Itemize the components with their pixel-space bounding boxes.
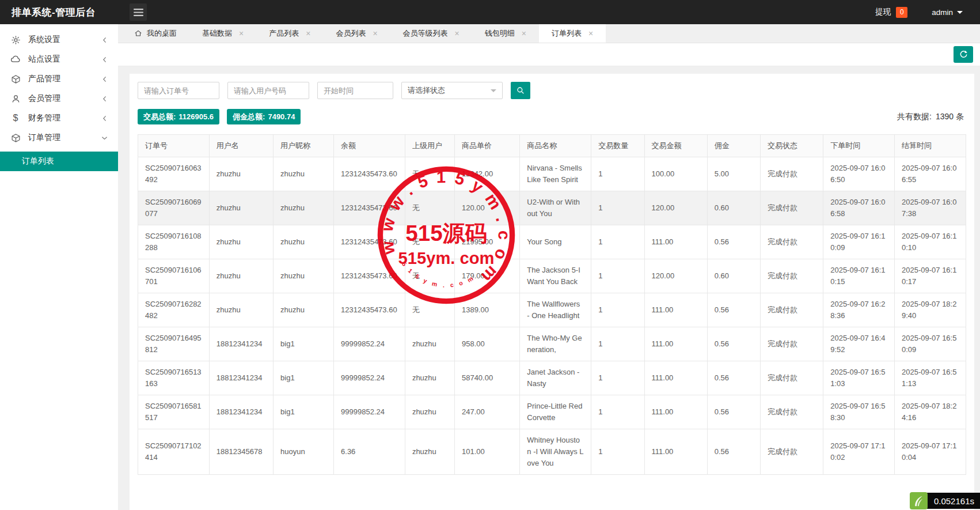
settle-time-cell: 2025-09-07 16:51:13: [895, 361, 966, 395]
price-cell: 58740.00: [454, 361, 519, 395]
tab[interactable]: 订单列表 ×: [539, 24, 606, 43]
search-button[interactable]: [511, 82, 530, 99]
commission-total-value: 7490.74: [268, 112, 295, 121]
nickname-cell: zhuzhu: [274, 293, 334, 327]
status-cell: 完成付款: [761, 361, 823, 395]
tab[interactable]: 会员列表 ×: [323, 24, 390, 43]
sidebar-item-label: 系统设置: [28, 35, 100, 45]
app-title: 排单系统-管理后台: [0, 6, 118, 19]
cloud-icon: [10, 54, 21, 65]
order-no-cell: SC25090716513163: [138, 361, 210, 395]
qty-cell: 1: [591, 361, 644, 395]
status-select[interactable]: 请选择状态: [401, 82, 503, 99]
sidebar-item-system-settings[interactable]: 系统设置: [0, 30, 118, 50]
column-header: 交易金额: [644, 135, 707, 157]
price-cell: 120.00: [454, 191, 519, 225]
order-no-cell: SC25090716063492: [138, 157, 210, 191]
settle-time-cell: 2025-09-07 18:29:40: [895, 293, 966, 327]
balance-cell: 99999852.24: [334, 327, 405, 361]
nickname-cell: big1: [274, 327, 334, 361]
tab[interactable]: 会员等级列表 ×: [390, 24, 472, 43]
topbar-right: 提现 0 admin: [875, 7, 980, 18]
amount-cell: 100.00: [644, 157, 707, 191]
page-body: 请选择状态 交易总额: 1126905.6: [118, 66, 980, 510]
status-select-value: 请选择状态: [408, 85, 445, 96]
close-icon[interactable]: ×: [522, 29, 526, 37]
status-cell: 完成付款: [761, 395, 823, 429]
start-time-input[interactable]: [317, 82, 393, 99]
balance-cell: 12312435473.60: [334, 157, 405, 191]
sidebar-item-finance-management[interactable]: $ 财务管理: [0, 108, 118, 128]
sidebar-item-order-list-active[interactable]: 订单列表: [0, 152, 118, 171]
tab-label: 钱包明细: [485, 28, 515, 39]
refresh-button[interactable]: [954, 46, 973, 63]
withdraw-count-badge: 0: [896, 7, 907, 18]
exec-time-badge: 0.052161s: [926, 493, 980, 509]
sidebar-toggle-button[interactable]: [130, 3, 147, 21]
balance-cell: 12312435473.60: [334, 225, 405, 259]
top-header: 排单系统-管理后台 提现 0 admin: [0, 0, 980, 24]
user-no-input[interactable]: [227, 82, 309, 99]
sidebar-item-product-management[interactable]: 产品管理: [0, 69, 118, 89]
commission-cell: 0.56: [707, 293, 760, 327]
nickname-cell: zhuzhu: [274, 259, 334, 293]
parent-cell: zhuzhu: [405, 395, 454, 429]
qty-cell: 1: [591, 293, 644, 327]
order-no-cell: SC25090716106701: [138, 259, 210, 293]
parent-cell: 无: [405, 191, 454, 225]
chevron-left-icon: [100, 36, 109, 44]
sidebar-item-label: 产品管理: [28, 74, 100, 84]
column-header: 交易状态: [761, 135, 823, 157]
order-no-input[interactable]: [138, 82, 219, 99]
table-row: SC25090716581517 18812341234 big1 999998…: [138, 395, 966, 429]
close-icon[interactable]: ×: [588, 29, 593, 37]
tab[interactable]: 钱包明细 ×: [472, 24, 539, 43]
order-no-cell: SC25090716495812: [138, 327, 210, 361]
table-header-row: 订单号 用户名 用户昵称 余额 上级用户 商品单价: [138, 135, 966, 157]
sidebar-item-site-settings[interactable]: 站点设置: [0, 50, 118, 69]
commission-cell: 5.00: [707, 157, 760, 191]
amount-cell: 111.00: [644, 429, 707, 475]
username-cell: zhuzhu: [209, 259, 273, 293]
amount-cell: 111.00: [644, 395, 707, 429]
tab[interactable]: 产品列表 ×: [256, 24, 323, 43]
nickname-cell: big1: [274, 395, 334, 429]
tab-label: 基础数据: [202, 28, 232, 39]
withdraw-menu-item[interactable]: 提现 0: [875, 7, 907, 18]
close-icon[interactable]: ×: [306, 29, 310, 37]
status-cell: 完成付款: [761, 293, 823, 327]
gear-icon: [10, 35, 21, 45]
commission-cell: 0.56: [707, 327, 760, 361]
cube-icon: [10, 74, 21, 84]
sidebar: 系统设置 站点设置 产品管理 会员管理 $ 财务管理: [0, 24, 118, 510]
tab-label: 会员等级列表: [403, 28, 448, 39]
close-icon[interactable]: ×: [455, 29, 459, 37]
chevron-left-icon: [100, 75, 109, 84]
order-list-card: 请选择状态 交易总额: 1126905.6: [130, 74, 974, 510]
sidebar-item-order-management[interactable]: 订单管理: [0, 128, 118, 148]
cube-icon: [10, 133, 21, 143]
filter-bar: 请选择状态: [138, 82, 966, 99]
commission-total-label: 佣金总额:: [233, 112, 265, 122]
close-icon[interactable]: ×: [239, 29, 244, 37]
commission-cell: 0.56: [707, 395, 760, 429]
close-icon[interactable]: ×: [373, 29, 377, 37]
tab[interactable]: 基础数据 ×: [189, 24, 256, 43]
price-cell: 958.00: [454, 327, 519, 361]
table-row: SC25090716513163 18812341234 big1 999998…: [138, 361, 966, 395]
username-cell: 18812345678: [209, 429, 273, 475]
chevron-left-icon: [100, 95, 109, 103]
parent-cell: 无: [405, 293, 454, 327]
username-cell: 18812341234: [209, 395, 273, 429]
dollar-icon: $: [10, 113, 21, 123]
column-header: 结算时间: [895, 135, 966, 157]
order-time-cell: 2025-09-07 16:28:36: [823, 293, 895, 327]
sidebar-item-member-management[interactable]: 会员管理: [0, 89, 118, 108]
tab[interactable]: 我的桌面 ×: [121, 24, 189, 43]
search-icon: [516, 86, 525, 95]
sidebar-item-label: 会员管理: [28, 93, 100, 104]
user-menu[interactable]: admin: [932, 8, 963, 17]
tab-label: 产品列表: [269, 28, 299, 39]
price-cell: 1389.00: [454, 293, 519, 327]
toolbar: [118, 43, 980, 66]
